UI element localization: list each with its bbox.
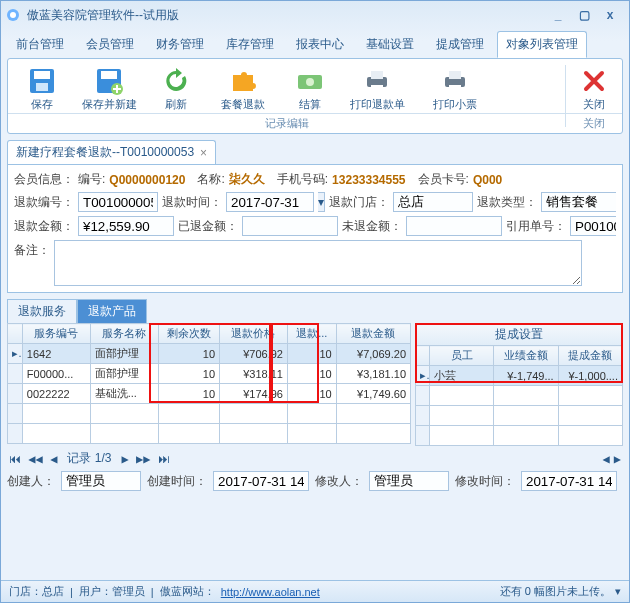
create-time-field[interactable] bbox=[213, 471, 309, 491]
refund-time-field[interactable] bbox=[226, 192, 314, 212]
modify-time-field[interactable] bbox=[521, 471, 617, 491]
menu-tab-6[interactable]: 提成管理 bbox=[427, 31, 493, 58]
table-header-row: 服务编号 服务名称 剩余次数 退款价格 退款... 退款金额 bbox=[8, 324, 411, 344]
table-row[interactable]: ▸ 1642 面部护理 10 ¥706.92 10 ¥7,069.20 bbox=[8, 344, 411, 364]
nav-prev2-icon[interactable]: ◀ bbox=[601, 452, 612, 466]
unrefund-amount-field[interactable] bbox=[406, 216, 502, 236]
commission-table[interactable]: 员工 业绩金额 提成金额 ▸ 小芸 ¥-1,749... ¥-1,000.... bbox=[415, 345, 623, 446]
tab-refund-service[interactable]: 退款服务 bbox=[7, 299, 77, 323]
member-id: Q0000000120 bbox=[109, 173, 185, 187]
document-tab-close-icon[interactable]: × bbox=[200, 146, 207, 160]
svg-rect-12 bbox=[371, 85, 383, 93]
window-title: 傲蓝美容院管理软件--试用版 bbox=[27, 7, 549, 24]
close-x-icon bbox=[578, 65, 610, 97]
maximize-icon[interactable]: ▢ bbox=[575, 8, 593, 22]
remark-field[interactable] bbox=[54, 240, 582, 286]
svg-rect-3 bbox=[34, 71, 50, 79]
commission-panel-title: 提成设置 bbox=[415, 323, 623, 345]
menu-tab-2[interactable]: 财务管理 bbox=[147, 31, 213, 58]
chevron-down-icon[interactable]: ▾ bbox=[615, 585, 621, 598]
creator-field[interactable] bbox=[61, 471, 141, 491]
table-row[interactable] bbox=[416, 426, 623, 446]
tab-refund-product[interactable]: 退款产品 bbox=[77, 299, 147, 323]
menu-tab-7[interactable]: 对象列表管理 bbox=[497, 31, 587, 58]
menu-tab-5[interactable]: 基础设置 bbox=[357, 31, 423, 58]
status-site-label: 傲蓝网站： bbox=[160, 584, 215, 599]
print-receipt-button[interactable]: 打印小票 bbox=[416, 63, 494, 113]
table-header-row: 员工 业绩金额 提成金额 bbox=[416, 346, 623, 366]
close-button[interactable]: 关闭 bbox=[572, 63, 616, 113]
status-user: 用户：管理员 bbox=[79, 584, 145, 599]
refresh-button[interactable]: 刷新 bbox=[148, 63, 204, 113]
save-new-button[interactable]: 保存并新建 bbox=[70, 63, 148, 113]
status-upload-text: 还有 0 幅图片未上传。 bbox=[500, 584, 611, 599]
row-indicator-icon: ▸ bbox=[8, 344, 23, 364]
record-nav[interactable]: ⏮ ◀◀ ◀ bbox=[7, 452, 59, 466]
document-tab[interactable]: 新建疗程套餐退款--T0010000053 × bbox=[7, 140, 216, 164]
app-icon bbox=[5, 7, 21, 23]
status-store: 门店：总店 bbox=[9, 584, 64, 599]
print-refund-button[interactable]: 打印退款单 bbox=[338, 63, 416, 113]
record-position: 记录 1/3 bbox=[67, 450, 111, 467]
refund-no-field[interactable] bbox=[78, 192, 158, 212]
nav-last-icon[interactable]: ⏭ bbox=[156, 452, 172, 466]
nav-nextpage-icon[interactable]: ▶▶ bbox=[134, 452, 152, 466]
table-row[interactable] bbox=[8, 404, 411, 424]
nav-prevpage-icon[interactable]: ◀◀ bbox=[26, 452, 44, 466]
package-refund-button[interactable]: 套餐退款 bbox=[204, 63, 282, 113]
refund-store-field[interactable] bbox=[393, 192, 473, 212]
svg-rect-14 bbox=[449, 71, 461, 79]
svg-rect-15 bbox=[449, 85, 461, 93]
status-site-link[interactable]: http://www.aolan.net bbox=[221, 586, 320, 598]
table-row[interactable]: ▸ 小芸 ¥-1,749... ¥-1,000.... bbox=[416, 366, 623, 386]
nav-prev-icon[interactable]: ◀ bbox=[48, 452, 59, 466]
save-icon bbox=[26, 65, 58, 97]
menu-tab-1[interactable]: 会员管理 bbox=[77, 31, 143, 58]
titlebar: 傲蓝美容院管理软件--试用版 _ ▢ x bbox=[1, 1, 629, 29]
refund-items-table[interactable]: 服务编号 服务名称 剩余次数 退款价格 退款... 退款金额 ▸ 1642 面部… bbox=[7, 323, 411, 444]
ref-no-field[interactable] bbox=[570, 216, 616, 236]
member-name: 柒久久 bbox=[229, 171, 265, 188]
table-row[interactable]: 0022222 基础洗... 10 ¥174.96 10 ¥1,749.60 bbox=[8, 384, 411, 404]
modifier-field[interactable] bbox=[369, 471, 449, 491]
document-tab-label: 新建疗程套餐退款--T0010000053 bbox=[16, 144, 194, 161]
settle-button[interactable]: 结算 bbox=[282, 63, 338, 113]
table-row[interactable] bbox=[416, 386, 623, 406]
save-new-icon bbox=[93, 65, 125, 97]
printer-icon bbox=[361, 65, 393, 97]
nav-first-icon[interactable]: ⏮ bbox=[7, 452, 23, 466]
refresh-icon bbox=[160, 65, 192, 97]
puzzle-icon bbox=[227, 65, 259, 97]
table-row[interactable] bbox=[416, 406, 623, 426]
refund-type-field[interactable] bbox=[541, 192, 616, 212]
record-nav-right[interactable]: ▶ ▶▶ ⏭ bbox=[119, 452, 171, 466]
ribbon-close-group-label: 关闭 bbox=[566, 113, 622, 133]
statusbar: 门店：总店| 用户：管理员| 傲蓝网站： http://www.aolan.ne… bbox=[1, 580, 629, 602]
refund-amount-field[interactable] bbox=[78, 216, 174, 236]
menubar: 前台管理 会员管理 财务管理 库存管理 报表中心 基础设置 提成管理 对象列表管… bbox=[1, 29, 629, 58]
svg-point-1 bbox=[10, 12, 16, 18]
member-phone: 13233334555 bbox=[332, 173, 405, 187]
menu-tab-3[interactable]: 库存管理 bbox=[217, 31, 283, 58]
cash-icon bbox=[294, 65, 326, 97]
svg-rect-6 bbox=[101, 71, 117, 79]
form-area: 会员信息： 编号: Q0000000120 名称: 柒久久 手机号码: 1323… bbox=[7, 164, 623, 293]
menu-tab-0[interactable]: 前台管理 bbox=[7, 31, 73, 58]
ribbon: 保存 保存并新建 刷新 套餐退款 结算 bbox=[7, 58, 623, 134]
refunded-amount-field[interactable] bbox=[242, 216, 338, 236]
table-row[interactable] bbox=[8, 424, 411, 444]
svg-point-9 bbox=[306, 78, 314, 86]
svg-rect-4 bbox=[36, 83, 48, 91]
menu-tab-4[interactable]: 报表中心 bbox=[287, 31, 353, 58]
svg-rect-11 bbox=[371, 71, 383, 79]
nav-next-icon[interactable]: ▶ bbox=[119, 452, 130, 466]
minimize-icon[interactable]: _ bbox=[549, 8, 567, 22]
date-picker-icon[interactable]: ▾ bbox=[318, 192, 325, 212]
save-button[interactable]: 保存 bbox=[14, 63, 70, 113]
close-icon[interactable]: x bbox=[601, 8, 619, 22]
member-card: Q000 bbox=[473, 173, 502, 187]
nav-next2-icon[interactable]: ▶ bbox=[612, 452, 623, 466]
row-indicator-icon: ▸ bbox=[416, 366, 430, 386]
printer2-icon bbox=[439, 65, 471, 97]
table-row[interactable]: F00000... 面部护理 10 ¥318.11 10 ¥3,181.10 bbox=[8, 364, 411, 384]
